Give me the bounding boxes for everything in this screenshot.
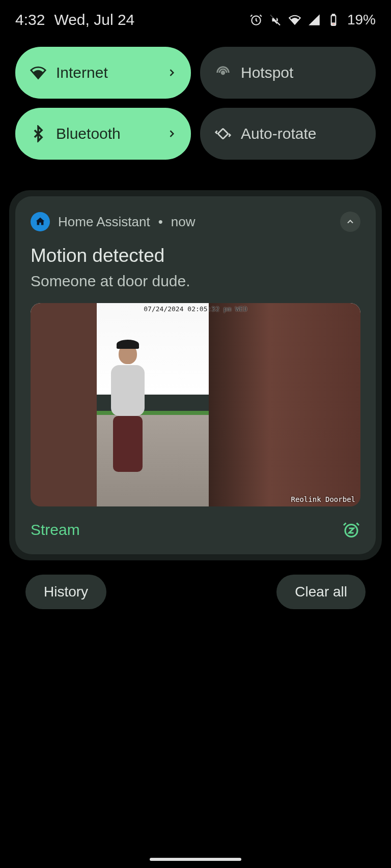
notification-header: Home Assistant • now bbox=[31, 212, 360, 232]
clear-all-button[interactable]: Clear all bbox=[276, 575, 366, 609]
qs-tile-internet[interactable]: Internet bbox=[15, 47, 191, 99]
home-assistant-icon bbox=[31, 212, 50, 231]
history-button[interactable]: History bbox=[25, 575, 106, 609]
notification-title: Motion detected bbox=[31, 245, 360, 266]
notification-card[interactable]: Home Assistant • now Motion detected Som… bbox=[15, 196, 376, 554]
signal-icon bbox=[308, 13, 321, 26]
hotspot-icon bbox=[214, 64, 232, 81]
svg-rect-2 bbox=[332, 14, 334, 15]
camera-watermark: Reolink Doorbel bbox=[291, 495, 355, 503]
wifi-icon bbox=[30, 64, 47, 81]
qs-tile-auto-rotate[interactable]: Auto-rotate bbox=[200, 108, 376, 160]
qs-tile-label: Hotspot bbox=[241, 64, 361, 81]
quick-settings: Internet Hotspot Bluetooth Auto-rotate bbox=[0, 40, 391, 170]
status-bar: 4:32 Wed, Jul 24 19% bbox=[0, 0, 391, 40]
snooze-icon[interactable] bbox=[342, 521, 360, 539]
battery-icon bbox=[327, 13, 340, 26]
status-time: 4:32 bbox=[15, 11, 45, 28]
status-date: Wed, Jul 24 bbox=[54, 11, 134, 28]
chevron-right-icon bbox=[166, 68, 177, 78]
auto-rotate-icon bbox=[214, 125, 232, 142]
notification-time: now bbox=[171, 214, 196, 230]
navigation-handle[interactable] bbox=[150, 858, 241, 861]
bluetooth-icon bbox=[30, 125, 47, 142]
svg-point-4 bbox=[221, 71, 225, 74]
separator: • bbox=[158, 214, 163, 230]
notification-app-name: Home Assistant bbox=[58, 214, 150, 230]
notification-image[interactable]: 07/24/2024 02:05:32 pm WED Reolink Doorb… bbox=[31, 303, 360, 506]
notification-body: Someone at door dude. bbox=[31, 273, 360, 290]
mute-icon bbox=[269, 13, 282, 26]
svg-rect-5 bbox=[218, 129, 228, 139]
qs-tile-hotspot[interactable]: Hotspot bbox=[200, 47, 376, 99]
camera-timestamp-overlay: 07/24/2024 02:05:32 pm WED bbox=[144, 305, 247, 313]
stream-button[interactable]: Stream bbox=[31, 521, 80, 538]
chevron-right-icon bbox=[166, 129, 177, 139]
qs-tile-label: Internet bbox=[56, 64, 166, 81]
wifi-icon bbox=[288, 13, 301, 26]
svg-rect-3 bbox=[332, 23, 336, 25]
notification-shade: Home Assistant • now Motion detected Som… bbox=[9, 190, 382, 560]
collapse-button[interactable] bbox=[340, 212, 360, 232]
notification-footer: History Clear all bbox=[0, 560, 391, 623]
qs-tile-label: Auto-rotate bbox=[241, 125, 361, 142]
battery-percentage: 19% bbox=[347, 12, 376, 28]
qs-tile-bluetooth[interactable]: Bluetooth bbox=[15, 108, 191, 160]
alarm-icon bbox=[249, 13, 263, 26]
qs-tile-label: Bluetooth bbox=[56, 125, 166, 142]
